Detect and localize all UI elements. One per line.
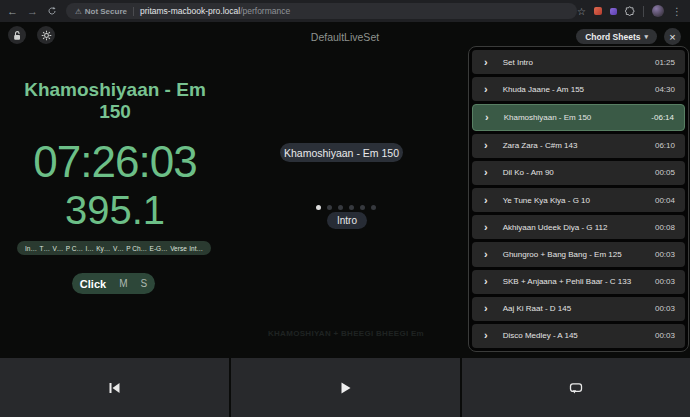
chord-sheets-button[interactable]: Chord Sheets ▾ (576, 29, 657, 44)
row-duration: 00:03 (655, 304, 675, 313)
current-section-pill[interactable]: Intro (327, 212, 367, 229)
carousel-dot[interactable] (349, 205, 354, 210)
setlist-row[interactable]: ›Aaj Ki Raat - D 14500:03 (472, 297, 685, 321)
row-expand-chevron-icon[interactable]: › (484, 167, 488, 178)
omnibox-divider (133, 7, 134, 16)
section-tab[interactable]: V… (113, 245, 124, 252)
back-icon[interactable]: ← (7, 6, 18, 17)
carousel-dot[interactable] (327, 205, 332, 210)
play-icon (340, 382, 351, 394)
section-tab[interactable]: I… (85, 245, 93, 252)
section-tab[interactable]: Ky… (96, 245, 110, 252)
section-tab[interactable]: In… (25, 245, 37, 252)
browser-menu-icon[interactable]: ⋮ (672, 6, 682, 17)
song-title-line2: 150 (0, 101, 230, 123)
forward-icon[interactable]: → (27, 6, 38, 17)
row-duration: 06:10 (655, 141, 675, 150)
extension-icon-red[interactable] (594, 7, 602, 15)
carousel-dot[interactable] (360, 205, 365, 210)
row-expand-chevron-icon[interactable]: › (484, 303, 488, 314)
play-button[interactable] (231, 358, 460, 417)
solo-button[interactable]: S (140, 278, 147, 289)
carousel-dot[interactable] (316, 205, 321, 210)
section-tab[interactable]: P C… (66, 245, 83, 252)
row-expand-chevron-icon[interactable]: › (484, 140, 488, 151)
loop-button[interactable] (462, 358, 690, 417)
extensions-puzzle-icon[interactable] (625, 6, 635, 16)
row-song-title: Dil Ko - Am 90 (503, 168, 554, 177)
row-song-title: Akhiyaan Udeek Diya - G 112 (503, 223, 608, 232)
setlist-row[interactable]: ›SKB + Anjaana + Pehli Baar - C 13300:03 (472, 270, 685, 294)
row-expand-chevron-icon[interactable]: › (484, 57, 488, 68)
setlist-row[interactable]: ›Akhiyaan Udeek Diya - G 11200:08 (472, 215, 685, 239)
close-icon: × (669, 31, 675, 43)
setlist-row[interactable]: ›Dil Ko - Am 9000:05 (472, 161, 685, 185)
click-track-button[interactable]: Click M S (72, 273, 155, 294)
address-bar[interactable]: ⚠ Not Secure pritams-macbook-pro.local /… (66, 3, 577, 19)
row-song-title: Set Intro (503, 58, 533, 67)
row-duration: 00:05 (655, 168, 675, 177)
current-song-title: Khamoshiyaan - Em 150 (0, 79, 230, 124)
chord-sheets-label: Chord Sheets (585, 32, 640, 42)
section-tab[interactable]: P Ch… (126, 245, 147, 252)
warning-icon: ⚠ (75, 7, 82, 16)
row-duration: 04:30 (655, 85, 675, 94)
row-expand-chevron-icon[interactable]: › (484, 222, 488, 233)
row-song-title: Khuda Jaane - Am 155 (503, 85, 584, 94)
setlist: ›Set Intro01:25›Khuda Jaane - Am 15504:3… (468, 46, 689, 352)
click-label: Click (80, 278, 106, 290)
extension-icon-purple[interactable] (610, 8, 617, 15)
setlist-row[interactable]: ›Khamoshiyaan - Em 150-06:14 (472, 104, 685, 130)
skip-back-icon (108, 382, 121, 394)
row-expand-chevron-icon[interactable]: › (484, 249, 488, 260)
setlist-row[interactable]: ›Khuda Jaane - Am 15504:30 (472, 77, 685, 101)
project-watermark: KHAMOSHIYAN + BHEEGI BHEEGI Em (231, 329, 461, 338)
close-button[interactable]: × (664, 28, 681, 45)
chevron-down-icon: ▾ (644, 33, 648, 41)
beat-counter: 395.1 (0, 188, 230, 233)
row-duration: 00:03 (655, 277, 675, 286)
row-duration: 00:04 (655, 196, 675, 205)
section-tab[interactable]: E-G… (150, 245, 168, 252)
row-song-title: Ghungroo + Bang Bang - Em 125 (503, 250, 622, 259)
setlist-row[interactable]: ›Ye Tune Kya Kiya - G 1000:04 (472, 188, 685, 212)
security-label: Not Secure (85, 7, 127, 16)
row-expand-chevron-icon[interactable]: › (484, 330, 488, 341)
toolbar-divider (643, 6, 644, 17)
previous-button[interactable] (0, 358, 229, 417)
performance-view: DefaultLiveSet Chord Sheets ▾ × Khamoshi… (0, 22, 690, 417)
setlist-row[interactable]: ›Ghungroo + Bang Bang - Em 12500:03 (472, 242, 685, 266)
carousel-dots (316, 205, 376, 210)
row-duration: 00:03 (655, 331, 675, 340)
row-duration: 00:03 (655, 250, 675, 259)
row-song-title: Khamoshiyaan - Em 150 (504, 113, 592, 122)
row-expand-chevron-icon[interactable]: › (485, 112, 489, 123)
row-duration: 00:08 (655, 223, 675, 232)
carousel-dot[interactable] (338, 205, 343, 210)
section-tab[interactable]: Verse (170, 245, 187, 252)
row-duration: 01:25 (655, 58, 675, 67)
row-expand-chevron-icon[interactable]: › (484, 195, 488, 206)
reload-icon[interactable] (47, 6, 57, 16)
browser-toolbar: ← → ⚠ Not Secure pritams-macbook-pro.loc… (0, 0, 690, 22)
row-expand-chevron-icon[interactable]: › (484, 276, 488, 287)
profile-avatar[interactable] (652, 5, 664, 17)
toolbar-right: ☆ ⋮ (577, 5, 682, 17)
row-expand-chevron-icon[interactable]: › (484, 84, 488, 95)
setlist-row[interactable]: ›Zara Zara - C#m 14306:10 (472, 134, 685, 158)
carousel-dot[interactable] (371, 205, 376, 210)
section-tab[interactable]: T… (39, 245, 49, 252)
section-tab[interactable]: Int… (189, 245, 203, 252)
row-song-title: Ye Tune Kya Kiya - G 10 (503, 196, 590, 205)
setlist-row[interactable]: ›Disco Medley - A 14500:03 (472, 324, 685, 348)
url-path: /performance (240, 6, 290, 16)
row-duration: -06:14 (651, 113, 674, 122)
song-selector-pill[interactable]: Khamoshiyaan - Em 150 (280, 143, 403, 162)
url-host: pritams-macbook-pro.local (140, 6, 240, 16)
section-tabs: In…T…V…P C…I…Ky…V…P Ch…E-G…VerseInt… (17, 241, 211, 255)
row-song-title: SKB + Anjaana + Pehli Baar - C 133 (503, 277, 632, 286)
section-tab[interactable]: V… (52, 245, 63, 252)
mute-button[interactable]: M (119, 278, 127, 289)
bookmark-icon[interactable]: ☆ (577, 6, 586, 17)
setlist-row[interactable]: ›Set Intro01:25 (472, 50, 685, 74)
